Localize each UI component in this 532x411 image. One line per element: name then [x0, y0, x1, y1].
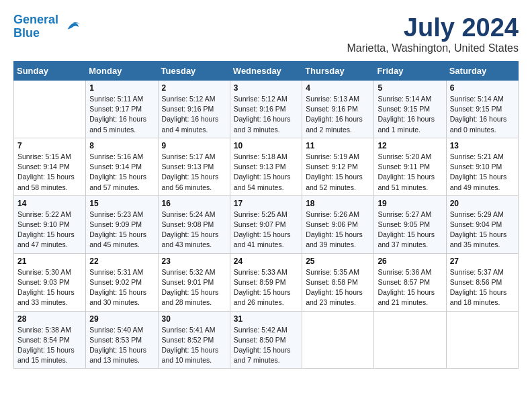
header-sunday: Sunday — [14, 62, 86, 81]
calendar-cell: 8Sunrise: 5:16 AMSunset: 9:14 PMDaylight… — [86, 138, 158, 195]
main-title: July 2024 — [347, 13, 519, 42]
calendar-cell: 30Sunrise: 5:41 AMSunset: 8:52 PMDayligh… — [158, 311, 230, 369]
calendar-cell: 4Sunrise: 5:13 AMSunset: 9:16 PMDaylight… — [302, 81, 374, 138]
calendar-week-row: 21Sunrise: 5:30 AMSunset: 9:03 PMDayligh… — [14, 253, 519, 311]
day-info: Sunrise: 5:27 AMSunset: 9:05 PMDaylight:… — [378, 210, 442, 250]
day-number: 1 — [89, 83, 154, 93]
calendar-cell: 7Sunrise: 5:15 AMSunset: 9:14 PMDaylight… — [14, 138, 86, 195]
day-info: Sunrise: 5:21 AMSunset: 9:10 PMDaylight:… — [450, 152, 515, 193]
day-info: Sunrise: 5:41 AMSunset: 8:52 PMDaylight:… — [162, 325, 226, 366]
day-info: Sunrise: 5:11 AMSunset: 9:17 PMDaylight:… — [89, 94, 154, 135]
calendar-cell: 1Sunrise: 5:11 AMSunset: 9:17 PMDaylight… — [86, 81, 158, 138]
day-info: Sunrise: 5:40 AMSunset: 8:53 PMDaylight:… — [89, 325, 154, 366]
day-info: Sunrise: 5:12 AMSunset: 9:16 PMDaylight:… — [162, 94, 226, 135]
day-info: Sunrise: 5:23 AMSunset: 9:09 PMDaylight:… — [89, 210, 154, 250]
day-number: 19 — [378, 199, 442, 208]
day-number: 10 — [234, 141, 298, 150]
day-info: Sunrise: 5:33 AMSunset: 8:59 PMDaylight:… — [234, 267, 298, 308]
day-number: 30 — [162, 314, 226, 324]
subtitle: Marietta, Washington, United States — [347, 42, 519, 54]
calendar-week-row: 1Sunrise: 5:11 AMSunset: 9:17 PMDaylight… — [14, 81, 519, 138]
day-info: Sunrise: 5:14 AMSunset: 9:15 PMDaylight:… — [450, 94, 515, 135]
day-number: 16 — [162, 199, 226, 208]
calendar-cell: 9Sunrise: 5:17 AMSunset: 9:13 PMDaylight… — [158, 138, 230, 195]
title-block: July 2024 Marietta, Washington, United S… — [347, 13, 519, 54]
day-number: 6 — [450, 83, 515, 93]
calendar-week-row: 7Sunrise: 5:15 AMSunset: 9:14 PMDaylight… — [14, 138, 519, 195]
day-info: Sunrise: 5:42 AMSunset: 8:50 PMDaylight:… — [234, 325, 298, 366]
calendar-cell: 5Sunrise: 5:14 AMSunset: 9:15 PMDaylight… — [374, 81, 446, 138]
day-number: 21 — [17, 257, 82, 266]
day-number: 31 — [234, 314, 298, 324]
calendar-cell: 6Sunrise: 5:14 AMSunset: 9:15 PMDaylight… — [446, 81, 518, 138]
calendar-cell: 27Sunrise: 5:37 AMSunset: 8:56 PMDayligh… — [446, 253, 518, 311]
day-number: 15 — [89, 199, 154, 208]
day-number: 9 — [162, 141, 226, 150]
day-number: 2 — [162, 83, 226, 93]
calendar-cell: 13Sunrise: 5:21 AMSunset: 9:10 PMDayligh… — [446, 138, 518, 195]
day-number: 8 — [89, 141, 154, 150]
day-info: Sunrise: 5:13 AMSunset: 9:16 PMDaylight:… — [306, 94, 370, 135]
day-info: Sunrise: 5:15 AMSunset: 9:14 PMDaylight:… — [17, 152, 82, 193]
calendar-week-row: 28Sunrise: 5:38 AMSunset: 8:54 PMDayligh… — [14, 311, 519, 369]
calendar-cell: 2Sunrise: 5:12 AMSunset: 9:16 PMDaylight… — [158, 81, 230, 138]
calendar-cell: 15Sunrise: 5:23 AMSunset: 9:09 PMDayligh… — [86, 195, 158, 253]
day-number: 28 — [17, 314, 82, 324]
calendar-cell: 21Sunrise: 5:30 AMSunset: 9:03 PMDayligh… — [14, 253, 86, 311]
day-number: 18 — [306, 199, 370, 208]
calendar-cell: 24Sunrise: 5:33 AMSunset: 8:59 PMDayligh… — [230, 253, 302, 311]
calendar-cell — [302, 311, 374, 369]
calendar-cell — [14, 81, 86, 138]
day-number: 26 — [378, 257, 442, 266]
day-info: Sunrise: 5:36 AMSunset: 8:57 PMDaylight:… — [378, 267, 442, 308]
logo: General Blue — [13, 13, 83, 40]
calendar-cell: 17Sunrise: 5:25 AMSunset: 9:07 PMDayligh… — [230, 195, 302, 253]
day-number: 5 — [378, 83, 442, 93]
day-info: Sunrise: 5:12 AMSunset: 9:16 PMDaylight:… — [234, 94, 298, 135]
calendar-cell: 23Sunrise: 5:32 AMSunset: 9:01 PMDayligh… — [158, 253, 230, 311]
day-number: 25 — [306, 257, 370, 266]
day-info: Sunrise: 5:32 AMSunset: 9:01 PMDaylight:… — [162, 267, 226, 308]
day-number: 20 — [450, 199, 515, 208]
logo-icon — [62, 17, 83, 37]
day-number: 24 — [234, 257, 298, 266]
day-number: 12 — [378, 141, 442, 150]
calendar-cell: 16Sunrise: 5:24 AMSunset: 9:08 PMDayligh… — [158, 195, 230, 253]
day-number: 14 — [17, 199, 82, 208]
day-info: Sunrise: 5:18 AMSunset: 9:13 PMDaylight:… — [234, 152, 298, 193]
day-info: Sunrise: 5:37 AMSunset: 8:56 PMDaylight:… — [450, 267, 515, 308]
calendar-cell: 14Sunrise: 5:22 AMSunset: 9:10 PMDayligh… — [14, 195, 86, 253]
calendar-table: SundayMondayTuesdayWednesdayThursdayFrid… — [13, 61, 519, 369]
day-info: Sunrise: 5:16 AMSunset: 9:14 PMDaylight:… — [89, 152, 154, 193]
calendar-cell: 19Sunrise: 5:27 AMSunset: 9:05 PMDayligh… — [374, 195, 446, 253]
calendar-cell: 31Sunrise: 5:42 AMSunset: 8:50 PMDayligh… — [230, 311, 302, 369]
calendar-cell: 11Sunrise: 5:19 AMSunset: 9:12 PMDayligh… — [302, 138, 374, 195]
day-info: Sunrise: 5:25 AMSunset: 9:07 PMDaylight:… — [234, 210, 298, 250]
day-number: 4 — [306, 83, 370, 93]
header-monday: Monday — [86, 62, 158, 81]
day-info: Sunrise: 5:22 AMSunset: 9:10 PMDaylight:… — [17, 210, 82, 250]
calendar-week-row: 14Sunrise: 5:22 AMSunset: 9:10 PMDayligh… — [14, 195, 519, 253]
header-wednesday: Wednesday — [230, 62, 302, 81]
logo-line1: General — [13, 13, 58, 26]
calendar-header-row: SundayMondayTuesdayWednesdayThursdayFrid… — [14, 62, 519, 81]
calendar-cell: 20Sunrise: 5:29 AMSunset: 9:04 PMDayligh… — [446, 195, 518, 253]
logo-line2: Blue — [13, 26, 40, 40]
logo-text: General Blue — [13, 13, 58, 40]
day-info: Sunrise: 5:38 AMSunset: 8:54 PMDaylight:… — [17, 325, 82, 366]
header-thursday: Thursday — [302, 62, 374, 81]
calendar-cell: 3Sunrise: 5:12 AMSunset: 9:16 PMDaylight… — [230, 81, 302, 138]
day-info: Sunrise: 5:14 AMSunset: 9:15 PMDaylight:… — [378, 94, 442, 135]
day-info: Sunrise: 5:17 AMSunset: 9:13 PMDaylight:… — [162, 152, 226, 193]
calendar-cell: 26Sunrise: 5:36 AMSunset: 8:57 PMDayligh… — [374, 253, 446, 311]
day-number: 7 — [17, 141, 82, 150]
day-info: Sunrise: 5:19 AMSunset: 9:12 PMDaylight:… — [306, 152, 370, 193]
calendar-cell: 29Sunrise: 5:40 AMSunset: 8:53 PMDayligh… — [86, 311, 158, 369]
header-tuesday: Tuesday — [158, 62, 230, 81]
day-info: Sunrise: 5:26 AMSunset: 9:06 PMDaylight:… — [306, 210, 370, 250]
calendar-cell: 25Sunrise: 5:35 AMSunset: 8:58 PMDayligh… — [302, 253, 374, 311]
calendar-cell: 10Sunrise: 5:18 AMSunset: 9:13 PMDayligh… — [230, 138, 302, 195]
calendar-cell: 18Sunrise: 5:26 AMSunset: 9:06 PMDayligh… — [302, 195, 374, 253]
day-number: 23 — [162, 257, 226, 266]
day-number: 22 — [89, 257, 154, 266]
